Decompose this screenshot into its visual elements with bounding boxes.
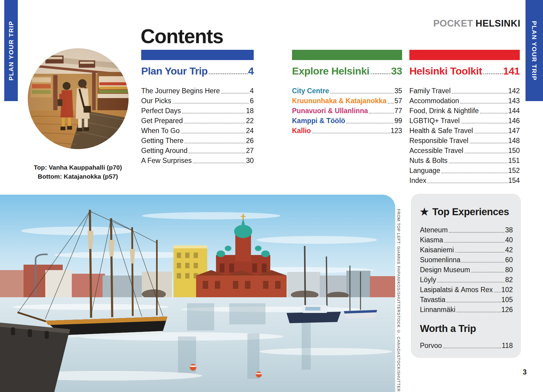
toc-item: Health & Safe Travel147 xyxy=(409,125,520,135)
toc-item: City Centre35 xyxy=(292,85,402,95)
section-title: Helsinki Toolkit xyxy=(409,65,482,77)
dotted-leader xyxy=(427,183,507,183)
section-heading: Explore Helsinki 33 xyxy=(292,65,402,77)
dotted-leader xyxy=(443,348,501,348)
photo-caption-line1: Top: Vanha Kauppahalli (p70) xyxy=(14,163,141,172)
section-heading: Plan Your Trip 4 xyxy=(141,65,254,77)
dotted-leader xyxy=(470,143,508,143)
toc-item-page: 35 xyxy=(394,87,402,95)
toc-item-label: Kamppi & Töölö xyxy=(292,116,345,125)
toc-item-page: 147 xyxy=(508,126,520,135)
top-experiences-heading: ★ Top Experiences xyxy=(420,205,513,218)
toc-item-page: 154 xyxy=(508,176,520,185)
toc-item: Family Travel142 xyxy=(409,85,520,95)
toc-item-label: Language xyxy=(409,166,440,175)
toc-item-label: Punavuori & Ullanlinna xyxy=(292,107,368,115)
toc-item-label: Food, Drink & Nightlife xyxy=(409,107,479,115)
toc-item-label: Health & Safe Travel xyxy=(409,126,473,135)
section-title: Plan Your Trip xyxy=(141,65,208,77)
toc-item-page: 150 xyxy=(508,146,520,155)
toc-item-label: Kiasma xyxy=(420,236,443,244)
toc-item: Löyly82 xyxy=(420,274,513,284)
toc-item-page: 152 xyxy=(508,166,520,175)
toc-item-page: 38 xyxy=(505,226,513,234)
toc-item-page: 6 xyxy=(250,97,254,105)
toc-item-page: 80 xyxy=(505,266,513,274)
section-color-bar xyxy=(292,50,402,60)
dotted-leader xyxy=(494,292,501,292)
toc-item: Kiasma40 xyxy=(420,234,513,244)
toc-item: Kruununhaka & Katajanokka57 xyxy=(292,95,402,105)
toc-item-page: 146 xyxy=(508,116,520,125)
toc-item-label: Linnanmäki xyxy=(420,305,456,314)
book-brand: POCKETHELSINKI xyxy=(433,18,520,29)
toc-item: Linnanmäki126 xyxy=(420,304,513,314)
toc-item: When To Go24 xyxy=(141,125,254,135)
toc-item-page: 126 xyxy=(501,305,513,314)
dotted-leader xyxy=(209,73,247,74)
dotted-leader xyxy=(455,252,505,253)
side-tab-label: PLAN YOUR TRIP xyxy=(531,21,538,81)
dotted-leader xyxy=(441,173,507,173)
dotted-leader xyxy=(437,282,505,282)
dotted-leader xyxy=(449,163,508,163)
toc-item-label: Accessible Travel xyxy=(409,146,463,155)
dotted-leader xyxy=(461,123,508,123)
dotted-leader xyxy=(457,312,501,312)
toc-item: Index154 xyxy=(409,175,520,185)
toc-column-plan-your-trip: Plan Your Trip 4 The Journey Begins Here… xyxy=(141,50,254,165)
toc-item: Punavuori & Ullanlinna77 xyxy=(292,105,402,115)
toc-column-explore-helsinki: Explore Helsinki 33 City Centre35Kruunun… xyxy=(292,50,402,135)
dotted-leader xyxy=(446,302,500,302)
toc-item: Kallio123 xyxy=(292,125,402,135)
toc-item-label: Index xyxy=(409,176,426,185)
dotted-leader xyxy=(330,93,394,94)
brand-helsinki: HELSINKI xyxy=(475,18,520,29)
toc-item-label: Porvoo xyxy=(420,341,442,350)
market-hall-illustration xyxy=(28,48,129,149)
dotted-leader xyxy=(452,93,508,94)
toc-item: Language152 xyxy=(409,165,520,175)
toc-item-page: 82 xyxy=(505,276,513,284)
toc-item: Porvoo118 xyxy=(420,340,513,350)
dotted-leader xyxy=(173,103,249,104)
toc-item-label: When To Go xyxy=(141,126,179,135)
dotted-leader xyxy=(369,113,394,113)
section-color-bar xyxy=(141,50,254,60)
toc-item-page: 118 xyxy=(502,341,513,350)
side-tab-label: PLAN YOUR TRIP xyxy=(8,21,15,81)
side-tab-plan-your-trip-left: PLAN YOUR TRIP xyxy=(4,0,18,101)
toc-item-label: Suomenlinna xyxy=(420,256,460,264)
toc-item-label: Getting Around xyxy=(141,146,187,155)
toc-item-page: 142 xyxy=(508,87,520,95)
toc-item: Design Museum80 xyxy=(420,264,513,274)
toc-item-label: LGBTIQ+ Travel xyxy=(409,116,460,125)
toc-item: Nuts & Bolts151 xyxy=(409,155,520,165)
dotted-leader xyxy=(184,123,245,123)
toc-item-label: A Few Surprises xyxy=(141,156,192,165)
worth-a-trip-list: Porvoo118 xyxy=(420,340,513,350)
page-title: Contents xyxy=(141,25,223,48)
section-page: 4 xyxy=(248,65,254,77)
dotted-leader xyxy=(181,133,245,133)
photo-credit: FROM TOP LEFT: GIANNIS PAPANIKOS/SHUTTER… xyxy=(396,209,401,369)
toc-item-label: Kallio xyxy=(292,126,311,135)
toc-item-label: Responsible Travel xyxy=(409,136,468,145)
toc-item-page: 144 xyxy=(508,107,520,115)
toc-item: Ateneum38 xyxy=(420,225,513,234)
toc-list: City Centre35Kruununhaka & Katajanokka57… xyxy=(292,85,402,135)
toc-item-page: 27 xyxy=(246,146,254,155)
toc-item-label: Getting There xyxy=(141,136,183,145)
toc-item-page: 30 xyxy=(246,156,254,165)
dotted-leader xyxy=(471,272,504,272)
dotted-leader xyxy=(460,103,508,104)
top-experiences-title: Top Experiences xyxy=(432,205,509,218)
toc-item: Responsible Travel148 xyxy=(409,135,520,145)
section-heading: Helsinki Toolkit 141 xyxy=(409,65,520,77)
dotted-leader xyxy=(346,123,394,123)
toc-item-page: 123 xyxy=(391,126,402,135)
toc-item: Food, Drink & Nightlife144 xyxy=(409,105,520,115)
dotted-leader xyxy=(182,113,246,113)
toc-item: Our Picks6 xyxy=(141,95,254,105)
toc-item: Tavastia105 xyxy=(420,294,513,304)
